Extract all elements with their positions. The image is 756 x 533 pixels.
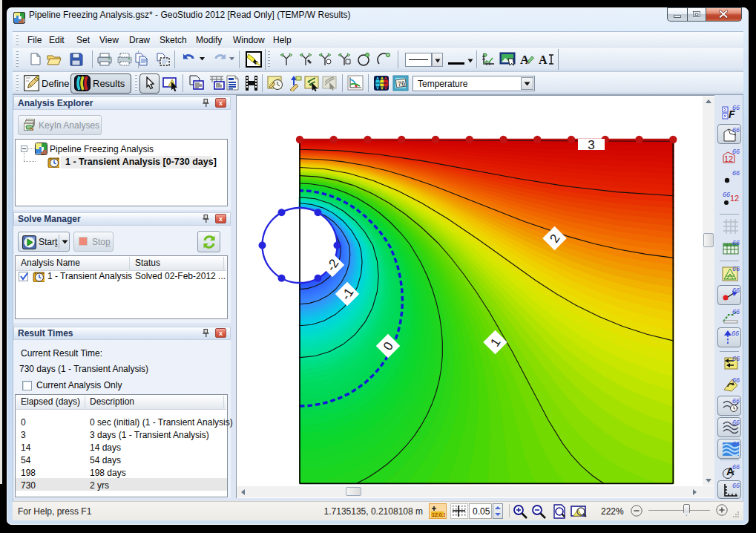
svg-text:A: A [520, 53, 530, 67]
svg-text:66: 66 [723, 191, 730, 198]
svg-text:12: 12 [724, 154, 733, 163]
svg-text:66: 66 [732, 355, 740, 362]
svg-text:66: 66 [732, 126, 740, 134]
svg-text:66: 66 [732, 169, 740, 177]
svg-text:66: 66 [732, 482, 740, 489]
svg-text:66: 66 [732, 239, 740, 246]
svg-text:66: 66 [732, 419, 740, 426]
svg-text:66: 66 [732, 330, 739, 337]
svg-text:66: 66 [732, 463, 740, 471]
svg-text:12: 12 [730, 194, 739, 203]
svg-text:66: 66 [732, 308, 740, 315]
svg-text:66: 66 [732, 440, 740, 448]
svg-text:76: 76 [397, 79, 405, 88]
svg-text:66: 66 [732, 397, 740, 405]
svg-text:66: 66 [732, 376, 740, 384]
svg-text:66: 66 [732, 287, 740, 294]
svg-text:12.0.1: 12.0.1 [432, 512, 445, 517]
svg-text:66: 66 [732, 265, 740, 272]
svg-text:A: A [539, 53, 548, 66]
svg-text:66: 66 [732, 104, 740, 111]
svg-text:66: 66 [732, 148, 740, 155]
svg-text:3: 3 [588, 138, 594, 152]
